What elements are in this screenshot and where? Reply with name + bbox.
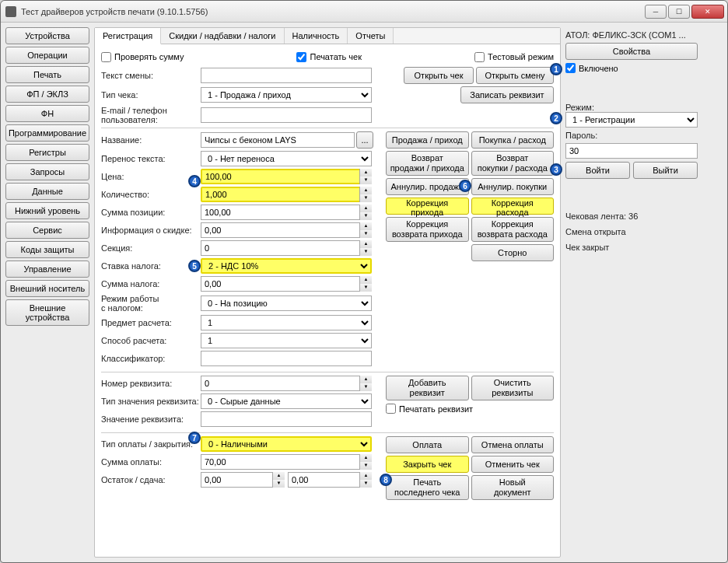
- sidebar-requests[interactable]: Запросы: [5, 163, 89, 180]
- pay-sum-input[interactable]: [201, 454, 372, 470]
- annul-sale-button[interactable]: Аннулир. продажи: [386, 178, 469, 195]
- calc-method-select[interactable]: 1: [201, 333, 372, 348]
- req-num-label: Номер реквизита:: [101, 379, 201, 388]
- price-spinner[interactable]: ▲▼: [359, 169, 372, 184]
- pay-sum-spinner[interactable]: ▲▼: [359, 454, 372, 470]
- req-num-spinner[interactable]: ▲▼: [359, 376, 372, 391]
- shift-text-input[interactable]: [201, 68, 372, 83]
- position-sum-input[interactable]: [201, 205, 372, 220]
- write-requisite-button[interactable]: Записать реквизит: [460, 86, 554, 103]
- status-tape: Чековая лента: 36: [565, 212, 698, 221]
- sidebar: Устройства Операции Печать ФП / ЭКЛЗ ФН …: [5, 27, 89, 558]
- buy-expense-button[interactable]: Покупка / расход: [471, 131, 555, 149]
- enabled-checkbox[interactable]: Включено 1: [565, 63, 698, 73]
- section-input[interactable]: [201, 240, 372, 256]
- remainder-label: Остаток / сдача:: [101, 475, 201, 484]
- tax-sum-input[interactable]: [201, 276, 372, 292]
- remainder1-spinner[interactable]: ▲▼: [272, 472, 285, 488]
- correction-income-button[interactable]: Коррекция прихода: [386, 198, 469, 215]
- sidebar-codes[interactable]: Коды защиты: [5, 241, 89, 258]
- sidebar-low-level[interactable]: Нижний уровень: [5, 202, 89, 219]
- discount-info-spinner[interactable]: ▲▼: [359, 222, 372, 238]
- clear-requisites-button[interactable]: Очистить реквизиты: [471, 376, 555, 400]
- calc-subject-select[interactable]: 1: [201, 315, 372, 330]
- sidebar-registers[interactable]: Регистры: [5, 144, 89, 161]
- sidebar-operations[interactable]: Операции: [5, 47, 89, 64]
- tax-rate-select[interactable]: 2 - НДС 10%: [201, 258, 372, 274]
- correction-return-income-button[interactable]: Коррекция возврата прихода: [386, 217, 469, 242]
- tax-mode-select[interactable]: 0 - На позицию: [201, 295, 372, 311]
- tab-discounts[interactable]: Скидки / надбавки / налоги: [161, 28, 284, 44]
- section-spinner[interactable]: ▲▼: [359, 240, 372, 256]
- sidebar-programming[interactable]: Программирование: [5, 124, 89, 142]
- discount-info-input[interactable]: [201, 222, 372, 238]
- classifier-input[interactable]: [201, 351, 372, 366]
- tab-reports[interactable]: Отчеты: [348, 28, 394, 44]
- verify-sum-checkbox[interactable]: Проверять сумму: [101, 52, 184, 62]
- cancel-payment-button[interactable]: Отмена оплаты: [471, 436, 555, 453]
- price-label: Цена:: [101, 172, 201, 181]
- close-check-button[interactable]: Закрыть чек: [386, 456, 469, 473]
- pay-close-type-label: Тип оплаты / закрытия:: [101, 439, 201, 449]
- close-button[interactable]: ✕: [691, 5, 724, 19]
- tab-cash[interactable]: Наличность: [285, 28, 348, 44]
- sale-income-button[interactable]: Продажа / приход: [386, 131, 469, 149]
- email-phone-input[interactable]: [201, 107, 372, 123]
- sidebar-service[interactable]: Сервис: [5, 222, 89, 239]
- req-val-type-select[interactable]: 0 - Сырые данные: [201, 393, 372, 409]
- app-window: Тест драйверов устройств печати (9.10.1.…: [0, 0, 728, 563]
- return-buy-button[interactable]: Возврат покупки / расхода: [471, 151, 555, 176]
- logout-button[interactable]: Выйти: [633, 162, 698, 179]
- open-shift-button[interactable]: Открыть смену: [476, 67, 554, 84]
- print-requisite-checkbox[interactable]: Печатать реквизит: [386, 404, 554, 414]
- remainder2-spinner[interactable]: ▲▼: [359, 472, 372, 488]
- maximize-button[interactable]: ☐: [668, 5, 690, 19]
- password-input[interactable]: [565, 143, 698, 159]
- content: Устройства Операции Печать ФП / ЭКЛЗ ФН …: [1, 23, 727, 562]
- pay-close-type-select[interactable]: 0 - Наличными: [201, 436, 372, 452]
- sidebar-data[interactable]: Данные: [5, 183, 89, 200]
- sidebar-external-devices[interactable]: Внешние устройства: [5, 299, 89, 326]
- position-sum-spinner[interactable]: ▲▼: [359, 205, 372, 220]
- sidebar-control[interactable]: Управление: [5, 261, 89, 278]
- tab-registration[interactable]: Регистрация: [95, 28, 161, 44]
- sidebar-devices[interactable]: Устройства: [5, 27, 89, 44]
- marker-7: 7: [188, 432, 201, 444]
- properties-button[interactable]: Свойства: [565, 43, 698, 60]
- name-browse-button[interactable]: ...: [356, 131, 373, 149]
- annul-buy-button[interactable]: Аннулир. покупки: [471, 178, 555, 195]
- correction-return-expense-button[interactable]: Коррекция возврата расхода: [471, 217, 555, 242]
- cancel-check-button[interactable]: Отменить чек: [471, 456, 555, 473]
- req-num-input[interactable]: [201, 376, 372, 391]
- print-check-checkbox[interactable]: Печатать чек: [296, 52, 362, 62]
- qty-input[interactable]: [201, 187, 372, 202]
- correction-expense-button[interactable]: Коррекция расхода: [471, 198, 555, 215]
- login-button[interactable]: Войти: [565, 162, 630, 179]
- price-input[interactable]: [201, 169, 372, 184]
- tabs: Регистрация Скидки / надбавки / налоги Н…: [95, 28, 560, 44]
- qty-spinner[interactable]: ▲▼: [359, 187, 372, 202]
- sidebar-print[interactable]: Печать: [5, 66, 89, 83]
- storno-button[interactable]: Сторно: [471, 244, 555, 261]
- minimize-button[interactable]: ─: [645, 5, 667, 19]
- new-document-button[interactable]: Новый документ: [471, 475, 555, 500]
- shift-text-label: Текст смены:: [101, 71, 201, 80]
- payment-button[interactable]: Оплата: [386, 436, 469, 453]
- name-input[interactable]: [201, 132, 355, 148]
- req-val-input[interactable]: [201, 411, 372, 427]
- test-mode-checkbox[interactable]: Тестовый режим: [474, 52, 554, 62]
- marker-1: 1: [550, 63, 562, 75]
- status-shift: Смена открыта: [565, 227, 698, 236]
- check-type-select[interactable]: 1 - Продажа / приход: [201, 87, 372, 103]
- req-val-label: Значение реквизита:: [101, 414, 201, 424]
- sidebar-fp-eklz[interactable]: ФП / ЭКЛЗ: [5, 86, 89, 103]
- print-last-check-button[interactable]: Печать последнего чека: [386, 475, 469, 500]
- add-requisite-button[interactable]: Добавить реквизит: [386, 376, 469, 400]
- sidebar-fn[interactable]: ФН: [5, 105, 89, 122]
- tax-sum-spinner[interactable]: ▲▼: [359, 276, 372, 292]
- text-wrap-select[interactable]: 0 - Нет переноса: [201, 151, 372, 166]
- open-check-button[interactable]: Открыть чек: [404, 67, 474, 84]
- return-sale-button[interactable]: Возврат продажи / прихода: [386, 151, 469, 176]
- mode-select[interactable]: 1 - Регистрации: [565, 112, 698, 128]
- sidebar-external-media[interactable]: Внешний носитель: [5, 280, 89, 297]
